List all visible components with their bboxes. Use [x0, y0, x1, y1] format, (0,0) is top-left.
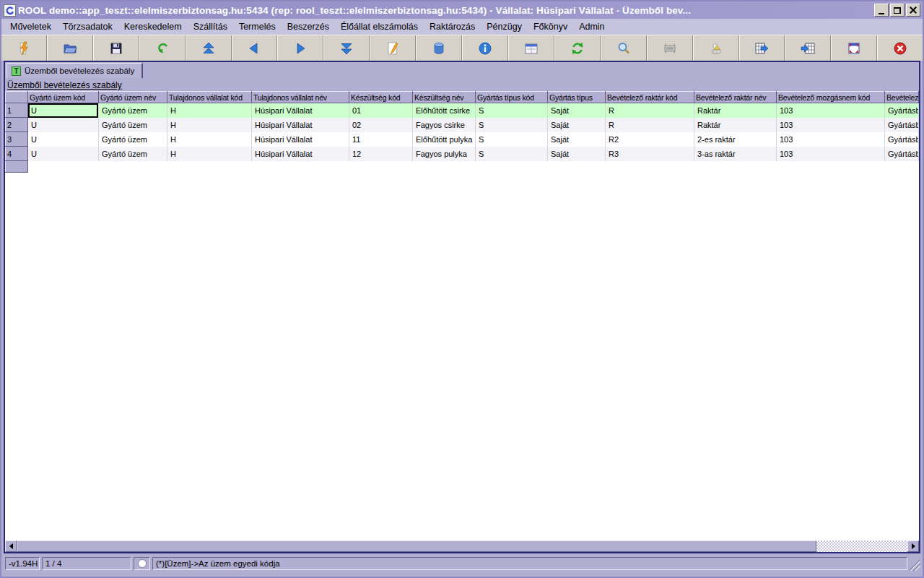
table-cell[interactable]: Gyártó üzem — [99, 103, 167, 118]
column-header-keszultseg-kod[interactable]: Készültség kód — [349, 92, 413, 103]
table-cell[interactable]: 103 — [777, 118, 885, 132]
table-cell[interactable]: S — [476, 103, 548, 118]
column-header-bevetelezo-mozgasnem-kod[interactable]: Bevételező mozgásnem kód — [777, 92, 885, 103]
table-cell[interactable]: Gyártásb — [885, 103, 919, 118]
run-query-button[interactable] — [1, 35, 47, 61]
table-cell[interactable]: S — [476, 147, 548, 161]
row-number[interactable]: 1 — [6, 103, 28, 118]
table-cell[interactable]: U — [28, 103, 99, 118]
table-cell[interactable]: Gyártásb — [885, 118, 919, 132]
table-cell[interactable]: H — [167, 132, 252, 147]
tab-uzembol-bevetelezes-szabaly[interactable]: T Üzemből bevételezés szabály — [6, 63, 143, 78]
save-button[interactable] — [93, 35, 139, 61]
menu-szallitas[interactable]: Szállítás — [188, 20, 233, 33]
row-number[interactable]: 2 — [6, 118, 28, 132]
table-cell[interactable]: U — [28, 147, 99, 161]
export-table-button[interactable] — [739, 35, 785, 61]
column-header-gyartas-tipus[interactable]: Gyártás típus — [548, 92, 606, 103]
menu-beszerzes[interactable]: Beszerzés — [282, 20, 335, 33]
column-header-bevetelezo-raktar-nev[interactable]: Bevételező raktár név — [694, 92, 777, 103]
search-button[interactable] — [601, 35, 647, 61]
table-cell[interactable]: Húsipari Vállalat — [252, 103, 349, 118]
column-header-gyartas-tipus-kod[interactable]: Gyártás típus kód — [476, 92, 548, 103]
column-header-bevetelezo-mozgasnem-nev[interactable]: Bevételez — [885, 92, 919, 103]
table-cell[interactable]: U — [28, 132, 99, 147]
prev-record-button[interactable] — [232, 35, 278, 61]
edit-button[interactable] — [370, 35, 416, 61]
table-cell[interactable]: 01 — [349, 103, 413, 118]
column-header-tulajdonos-vallalat-nev[interactable]: Tulajdonos vállalat név — [252, 92, 349, 103]
table-cell[interactable]: Húsipari Vállalat — [252, 132, 349, 147]
menu-torzsadatok[interactable]: Törzsadatok — [57, 20, 118, 33]
table-cell[interactable]: 2-es raktár — [694, 132, 777, 147]
column-header-gyarto-uzem-kod[interactable]: Gyártó üzem kód — [28, 92, 99, 103]
column-header-keszultseg-nev[interactable]: Készültség név — [413, 92, 476, 103]
stop-button[interactable] — [877, 35, 923, 61]
plotter-button[interactable] — [693, 35, 739, 61]
table-cell[interactable]: 11 — [349, 132, 413, 147]
form-view-button[interactable] — [508, 35, 554, 61]
next-record-button[interactable] — [277, 35, 323, 61]
refresh-button[interactable] — [554, 35, 601, 61]
menu-admin[interactable]: Admin — [573, 20, 610, 33]
last-record-button[interactable] — [323, 35, 370, 61]
table-cell[interactable]: Saját — [548, 132, 606, 147]
column-header-bevetelezo-raktar-kod[interactable]: Bevételező raktár kód — [606, 92, 694, 103]
open-button[interactable] — [47, 35, 93, 61]
row-number[interactable]: 3 — [6, 132, 28, 147]
table-cell[interactable]: H — [167, 118, 252, 132]
print-area-button[interactable] — [647, 35, 693, 61]
undo-button[interactable] — [139, 35, 186, 61]
scroll-left-button[interactable] — [5, 540, 17, 552]
table-cell[interactable]: Gyártó üzem — [99, 147, 167, 161]
table-cell[interactable]: Saját — [548, 103, 606, 118]
table-cell[interactable]: 02 — [349, 118, 413, 132]
table-cell[interactable]: Raktár — [694, 118, 777, 132]
table-cell[interactable]: Gyártásb — [885, 147, 919, 161]
table-cell[interactable]: U — [28, 118, 99, 132]
menu-muveletek[interactable]: Műveletek — [4, 20, 57, 33]
menu-fokonyv[interactable]: Főkönyv — [528, 20, 573, 33]
table-cell[interactable]: H — [167, 147, 252, 161]
menu-termeles[interactable]: Termelés — [233, 20, 282, 33]
table-cell[interactable]: Saját — [548, 118, 606, 132]
table-cell[interactable]: 103 — [777, 147, 885, 161]
table-cell[interactable]: R — [606, 118, 694, 132]
import-table-button[interactable] — [785, 35, 831, 61]
menu-raktarozas[interactable]: Raktározás — [424, 20, 481, 33]
page-caption-link[interactable]: Üzemből bevételezés szabály — [5, 78, 122, 92]
column-header-tulajdonos-vallalat-kod[interactable]: Tulajdonos vállalat kód — [167, 92, 252, 103]
info-button[interactable] — [462, 35, 508, 61]
restore-button[interactable] — [890, 4, 905, 17]
table-cell[interactable]: Előhűtött pulyka — [413, 132, 476, 147]
scroll-right-button[interactable] — [907, 540, 919, 552]
table-cell[interactable]: Húsipari Vállalat — [252, 147, 349, 161]
database-button[interactable] — [416, 35, 462, 61]
table-cell[interactable]: S — [476, 132, 548, 147]
column-header-gyarto-uzem-nev[interactable]: Gyártó üzem név — [99, 92, 167, 103]
resize-grip[interactable] — [910, 560, 920, 571]
table-cell[interactable]: S — [476, 118, 548, 132]
table-cell[interactable]: 12 — [349, 147, 413, 161]
table-cell[interactable]: Előhűtött csirke — [413, 103, 476, 118]
table-cell[interactable]: R2 — [606, 132, 694, 147]
table-cell[interactable]: H — [167, 103, 252, 118]
table-cell[interactable]: Gyártó üzem — [99, 132, 167, 147]
first-record-button[interactable] — [186, 35, 232, 61]
table-cell[interactable]: Saját — [548, 147, 606, 161]
table-cell[interactable]: Fagyos csirke — [413, 118, 476, 132]
close-button[interactable] — [906, 4, 920, 17]
maximize-grid-button[interactable] — [831, 35, 877, 61]
row-number[interactable]: 4 — [6, 147, 28, 161]
table-cell[interactable]: R — [606, 103, 694, 118]
table-cell[interactable]: Raktár — [694, 103, 777, 118]
menu-eloallat-elszamolas[interactable]: Élőállat elszámolás — [335, 20, 424, 33]
table-cell[interactable]: R3 — [606, 147, 694, 161]
table-cell[interactable]: 3-as raktár — [694, 147, 777, 161]
table-cell[interactable]: 103 — [777, 132, 885, 147]
table-cell[interactable]: Gyártó üzem — [99, 118, 167, 132]
scrollbar-thumb[interactable] — [17, 540, 816, 552]
table-cell[interactable]: Fagyos pulyka — [413, 147, 476, 161]
menu-kereskedelem[interactable]: Kereskedelem — [118, 20, 188, 33]
table-cell[interactable]: Gyártásb — [885, 132, 919, 147]
